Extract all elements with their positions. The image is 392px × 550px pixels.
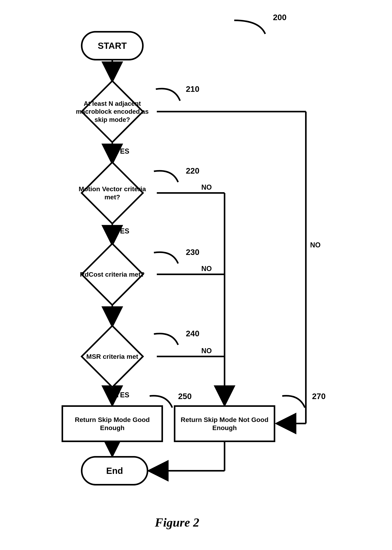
start-label: START (98, 41, 127, 51)
ref-240: 240 (186, 329, 199, 338)
edge-yes-240: YES (115, 391, 129, 399)
edge-no-220: NO (201, 183, 212, 191)
end-label: End (106, 465, 123, 476)
decision-220 (81, 161, 144, 225)
ref-220: 220 (186, 166, 199, 176)
process-270: Return Skip Mode Not Good Enough (174, 405, 275, 442)
end-terminal: End (81, 456, 148, 486)
flowchart-canvas: START At least N adjacent macroblock enc… (0, 0, 392, 550)
ref-210: 210 (186, 85, 199, 94)
ref-270: 270 (312, 392, 326, 401)
process-250: Return Skip Mode Good Enough (62, 405, 163, 442)
edge-no-230: NO (201, 265, 212, 273)
start-terminal: START (81, 31, 144, 60)
ref-230: 230 (186, 248, 199, 257)
ref-200: 200 (273, 13, 287, 22)
edge-no-240: NO (201, 347, 212, 355)
edge-no-210: NO (310, 241, 321, 249)
connector-lines (0, 0, 392, 550)
figure-title: Figure 2 (155, 515, 199, 530)
decision-210 (81, 80, 144, 143)
edge-yes-210: YES (115, 147, 129, 155)
decision-240 (81, 325, 144, 388)
edge-yes-220: YES (115, 227, 129, 235)
decision-230 (81, 243, 144, 306)
ref-250: 250 (178, 392, 192, 401)
